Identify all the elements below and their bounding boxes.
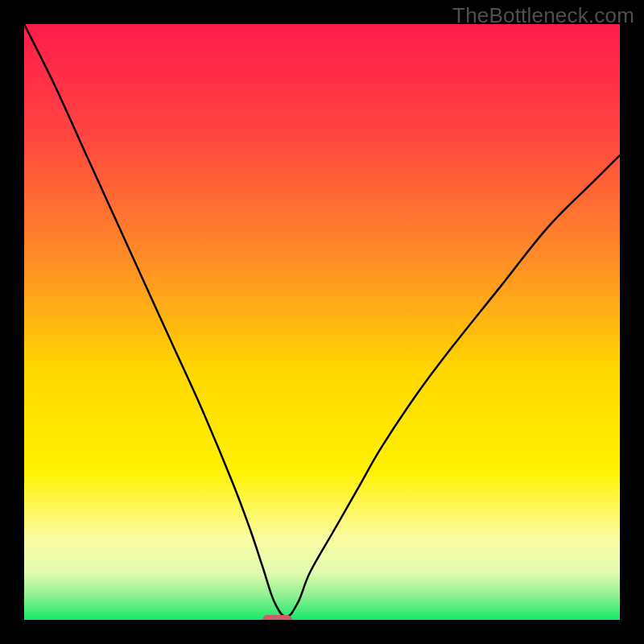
outer-frame: TheBottleneck.com (0, 0, 644, 644)
bottleneck-curve (24, 24, 620, 620)
plot-area (24, 24, 620, 620)
optimal-marker (262, 615, 292, 620)
watermark-text: TheBottleneck.com (452, 3, 634, 28)
